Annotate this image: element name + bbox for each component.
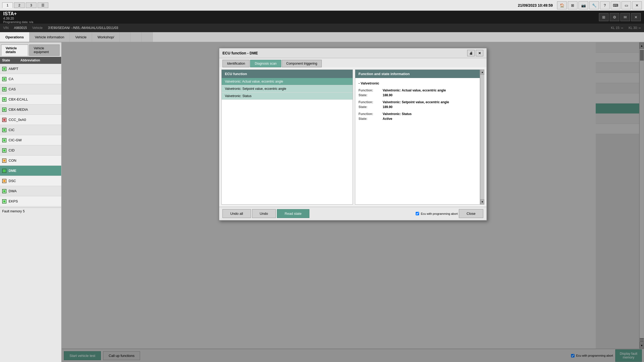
display-icon-btn[interactable]: ⊞ [568,1,577,9]
ecu-row-1[interactable]: Valvetronic: Setpoint value, eccentric a… [222,85,353,93]
app-header: ISTA+ 4.39.20 Programming data: n/a ⊞ ⚙ … [0,11,644,24]
state-value-0: 188.90 [383,93,477,97]
sidebar-item-ekps[interactable]: EKPS [0,196,61,206]
subnav-vehicle-details[interactable]: Vehicle details [1,45,28,56]
close-button[interactable]: Close [459,209,483,218]
func-info-row-state-1: State: 189.90 [358,105,477,109]
nav-tab-empty1[interactable] [120,32,131,42]
nav-tab-operations[interactable]: Operations [0,32,30,42]
state-value-2: Active [383,117,477,121]
func-label-0: Function: [358,88,383,92]
modal-footer: Undo all Undo Read state Ecu with progra… [219,207,486,220]
fault-memory-bar: Fault memory 5 [0,208,61,215]
subnav-vehicle-equipment[interactable]: Vehicle equipment [29,45,60,56]
vin-value: A983015 [14,26,27,30]
main-layout: Vehicle details Vehicle equipment State … [0,42,644,362]
sidebar-abbr-dme: DME [9,169,59,173]
modal-scroll-up[interactable]: ▲ [480,69,484,75]
sidebar-abbr-ekps: EKPS [9,199,59,203]
status-dot-dsc [2,179,6,183]
status-dot-cas [2,87,6,91]
help-icon-btn[interactable]: ? [600,1,610,9]
status-dot-dme [2,169,6,173]
func-info-title: - Valvetronic [358,81,477,85]
status-dot-con [2,158,6,163]
undo-button[interactable]: Undo [252,209,276,218]
sidebar-item-cbxecall[interactable]: CBX-ECALL [0,94,61,105]
nav-tab-empty2[interactable] [131,32,142,42]
title-bar: 1 2 3 ☰ 21/09/2023 10:49:59 🏠 ⊞ 📷 🔧 ? ⌨ … [0,0,644,11]
sidebar-item-cbxmedia[interactable]: CBX-MEDIA [0,105,61,115]
abbr-col-header: Abbreviation [20,58,59,62]
sidebar-item-ampt[interactable]: AMPT [0,64,61,74]
func-info-section-0: Function: Valvetronic: Actual value, ecc… [358,88,477,97]
func-value-1: Valvetronic: Setpoint value, eccentric a… [383,100,477,104]
nav-tab-vehicle[interactable]: Vehicle [70,32,92,42]
vehicle-label: Vehicle [32,26,43,30]
sidebar-header: State Abbreviation [0,57,61,64]
header-icon-3[interactable]: ✉ [620,13,630,21]
func-value-0: Valvetronic: Actual value, eccentric ang… [383,88,477,92]
modal-tabs: Identification Diagnosis scan Component … [219,58,486,67]
sidebar-item-dwa[interactable]: DWA [0,186,61,196]
modal-title: ECU function - DME [222,51,258,55]
sidebar-abbr-ca: CA [9,77,59,81]
app-version: 4.39.20 [3,17,33,20]
undo-all-button[interactable]: Undo all [222,209,251,218]
sidebar-abbr-dsc: DSC [9,179,59,183]
ecu-row-2[interactable]: Valvetronic: Status [222,93,353,100]
title-tab-3[interactable]: 3 [26,2,36,8]
modal-print-icon[interactable]: 🖨 [467,50,475,56]
sidebar-item-cic[interactable]: CIC [0,125,61,135]
header-close-icon[interactable]: ✕ [631,13,641,21]
sidebar-item-dsc[interactable]: DSC [0,176,61,186]
sidebar-item-ccc0xa0[interactable]: CCC_0xA0 [0,115,61,125]
wrench-icon-btn[interactable]: 🔧 [589,1,599,9]
status-dot-cicgw [2,138,6,142]
sidebar-item-cicgw[interactable]: CIC-GW [0,135,61,145]
read-state-button[interactable]: Read state [277,209,309,218]
sidebar-abbr-cas: CAS [9,87,59,91]
nav-tab-workshop[interactable]: Workshop/ [92,32,120,42]
camera-icon-btn[interactable]: 📷 [579,1,588,9]
modal-close-icon[interactable]: ✕ [476,50,483,56]
nav-tab-vehicle-info[interactable]: Vehicle information [30,32,70,42]
modal-title-bar: ECU function - DME 🖨 ✕ [219,48,486,58]
sidebar-item-dme[interactable]: DME [0,166,61,176]
status-dot-ca [2,77,6,81]
window-icon-btn[interactable]: ▭ [621,1,631,9]
title-tab-2[interactable]: 2 [14,2,25,8]
func-info-row-func-2: Function: Valvetronic: Status [358,112,477,116]
header-icon-2[interactable]: ⚙ [610,13,619,21]
modal-scroll-track [480,75,484,199]
nav-tab-empty3[interactable] [142,32,153,42]
sidebar-abbr-cicgw: CIC-GW [9,138,59,142]
func-info-row-state-0: State: 188.90 [358,93,477,97]
sidebar: Vehicle details Vehicle equipment State … [0,42,62,362]
sidebar-item-ca[interactable]: CA [0,74,61,84]
vin-label: VIN [3,26,9,30]
title-tab-list[interactable]: ☰ [38,2,48,8]
modal-tab-diagnosis[interactable]: Diagnosis scan [250,60,281,67]
modal-overlay: ECU function - DME 🖨 ✕ Identification Di… [62,42,644,362]
vin-bar: VIN A983015 Vehicle 3'/E90/SEDAN/ - /N55… [0,24,644,32]
close-icon-btn[interactable]: ✕ [632,1,642,9]
func-info-section-2: Function: Valvetronic: Status State: Act… [358,112,477,121]
sidebar-item-cid[interactable]: CID [0,145,61,156]
header-icon-1[interactable]: ⊞ [599,13,609,21]
sidebar-item-con[interactable]: CON [0,156,61,166]
status-dot-cbxecall [2,97,6,102]
ecu-prog-abort-checkbox[interactable] [416,212,419,215]
title-tab-1[interactable]: 1 [2,2,13,8]
home-icon-btn[interactable]: 🏠 [557,1,567,9]
keyboard-icon-btn[interactable]: ⌨ [611,1,620,9]
sidebar-item-cas[interactable]: CAS [0,84,61,94]
modal-tab-identification[interactable]: Identification [222,60,250,67]
modal-tab-component[interactable]: Component triggering [282,60,322,67]
sidebar-abbr-cic: CIC [9,128,59,132]
modal-scroll-down[interactable]: ▼ [480,199,484,205]
sidebar-abbr-dwa: DWA [9,189,59,193]
ecu-row-0[interactable]: Valvetronic: Actual value, eccentric ang… [222,78,353,85]
kl30-display: KL 30: -- [628,26,641,30]
func-info-row-func-0: Function: Valvetronic: Actual value, ecc… [358,88,477,92]
